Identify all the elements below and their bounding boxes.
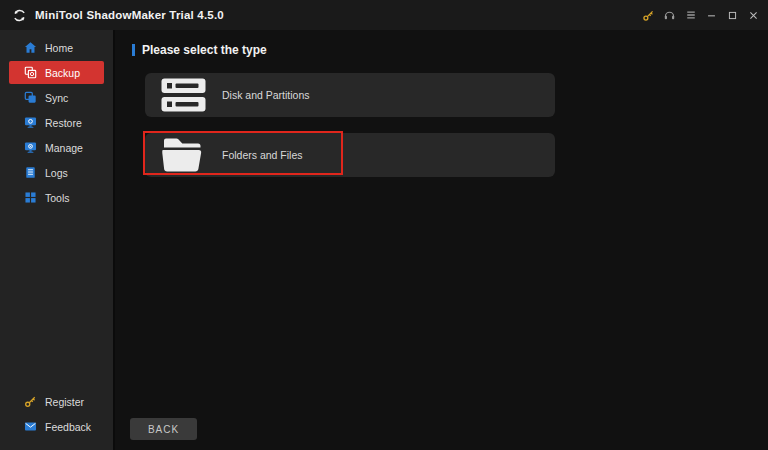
header-accent-bar	[132, 44, 135, 56]
sidebar-item-label: Tools	[45, 192, 70, 204]
support-headset-icon[interactable]	[659, 3, 680, 27]
sidebar-item-label: Feedback	[45, 421, 91, 433]
sidebar-item-logs[interactable]: Logs	[9, 161, 104, 184]
close-icon[interactable]	[743, 3, 764, 27]
app-logo-icon	[12, 8, 27, 23]
window-title: MiniTool ShadowMaker Trial 4.5.0	[35, 9, 224, 21]
backup-type-list: Disk and Partitions Folders and Files	[145, 73, 555, 177]
card-disk-and-partitions[interactable]: Disk and Partitions	[145, 73, 555, 117]
home-icon	[24, 41, 37, 54]
sidebar-item-backup[interactable]: Backup	[9, 61, 104, 84]
sidebar-item-label: Backup	[45, 67, 80, 79]
key-icon	[24, 395, 37, 408]
maximize-icon[interactable]	[722, 3, 743, 27]
backup-icon	[24, 66, 37, 79]
sidebar-item-restore[interactable]: Restore	[9, 111, 104, 134]
sidebar: Home Backup	[0, 30, 115, 450]
envelope-icon	[24, 420, 37, 433]
sidebar-item-manage[interactable]: Manage	[9, 136, 104, 159]
sidebar-item-label: Sync	[45, 92, 68, 104]
manage-icon	[24, 141, 37, 154]
sidebar-item-home[interactable]: Home	[9, 36, 104, 59]
sidebar-item-label: Home	[45, 42, 73, 54]
sidebar-item-label: Manage	[45, 142, 83, 154]
main-panel: Please select the type Disk	[115, 30, 768, 450]
window-content: Home Backup	[0, 30, 768, 450]
sidebar-item-label: Logs	[45, 167, 68, 179]
sidebar-item-label: Register	[45, 396, 84, 408]
tools-icon	[24, 191, 37, 204]
card-folders-and-files[interactable]: Folders and Files	[145, 133, 555, 177]
page-title: Please select the type	[142, 43, 267, 57]
card-label: Disk and Partitions	[222, 89, 310, 101]
disk-stack-icon	[160, 78, 206, 112]
title-bar: MiniTool ShadowMaker Trial 4.5.0	[0, 0, 768, 30]
window-controls	[638, 3, 764, 27]
sidebar-item-feedback[interactable]: Feedback	[9, 415, 104, 438]
register-key-icon[interactable]	[638, 3, 659, 27]
folder-icon	[160, 137, 206, 173]
sidebar-item-label: Restore	[45, 117, 82, 129]
menu-icon[interactable]	[680, 3, 701, 27]
sidebar-footer: Register Feedback	[0, 390, 113, 440]
sidebar-item-register[interactable]: Register	[9, 390, 104, 413]
sync-icon	[24, 91, 37, 104]
sidebar-item-tools[interactable]: Tools	[9, 186, 104, 209]
app-window: MiniTool ShadowMaker Trial 4.5.0	[0, 0, 768, 450]
minimize-icon[interactable]	[701, 3, 722, 27]
back-button[interactable]: BACK	[130, 418, 197, 440]
card-label: Folders and Files	[222, 149, 303, 161]
sidebar-item-sync[interactable]: Sync	[9, 86, 104, 109]
logs-icon	[24, 166, 37, 179]
restore-icon	[24, 116, 37, 129]
page-header: Please select the type	[115, 30, 768, 57]
